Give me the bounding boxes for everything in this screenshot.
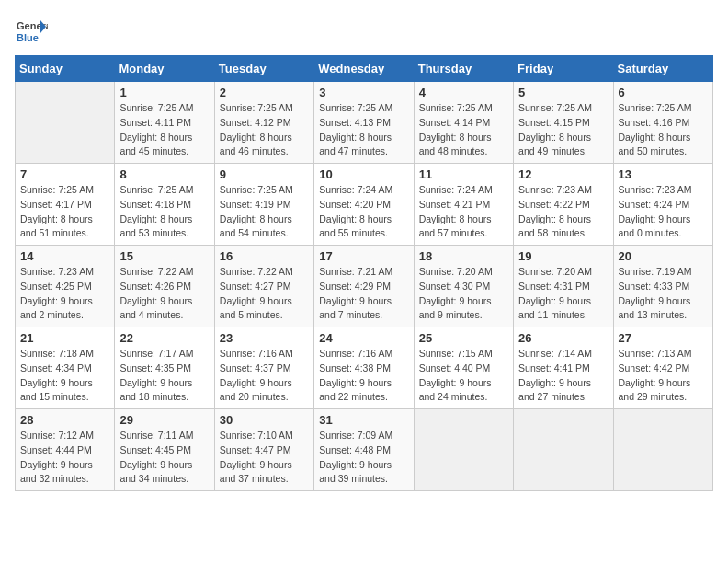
day-number: 17 — [319, 249, 408, 263]
column-header-friday: Friday — [514, 56, 613, 82]
day-info: Sunrise: 7:25 AMSunset: 4:11 PMDaylight:… — [119, 101, 209, 159]
day-number: 21 — [20, 331, 109, 345]
day-number: 7 — [20, 167, 109, 181]
week-row-3: 14Sunrise: 7:23 AMSunset: 4:25 PMDayligh… — [16, 246, 713, 327]
header-row: SundayMondayTuesdayWednesdayThursdayFrid… — [16, 56, 713, 82]
day-cell: 25Sunrise: 7:15 AMSunset: 4:40 PMDayligh… — [414, 327, 513, 409]
day-cell: 31Sunrise: 7:09 AMSunset: 4:48 PMDayligh… — [314, 409, 414, 491]
week-row-4: 21Sunrise: 7:18 AMSunset: 4:34 PMDayligh… — [16, 327, 713, 409]
day-number: 18 — [419, 249, 508, 263]
day-cell: 22Sunrise: 7:17 AMSunset: 4:35 PMDayligh… — [115, 327, 214, 409]
day-cell: 30Sunrise: 7:10 AMSunset: 4:47 PMDayligh… — [214, 409, 313, 491]
day-number: 28 — [20, 413, 109, 427]
column-header-saturday: Saturday — [613, 56, 712, 82]
day-info: Sunrise: 7:16 AMSunset: 4:37 PMDaylight:… — [220, 347, 309, 405]
day-cell: 24Sunrise: 7:16 AMSunset: 4:38 PMDayligh… — [314, 327, 414, 409]
day-cell: 14Sunrise: 7:23 AMSunset: 4:25 PMDayligh… — [16, 246, 115, 327]
column-header-wednesday: Wednesday — [314, 56, 414, 82]
day-cell: 11Sunrise: 7:24 AMSunset: 4:21 PMDayligh… — [414, 164, 513, 246]
day-number: 6 — [619, 86, 708, 99]
day-cell: 18Sunrise: 7:20 AMSunset: 4:30 PMDayligh… — [414, 246, 513, 327]
day-number: 1 — [119, 86, 209, 99]
day-cell: 15Sunrise: 7:22 AMSunset: 4:26 PMDayligh… — [115, 246, 214, 327]
day-info: Sunrise: 7:22 AMSunset: 4:26 PMDaylight:… — [119, 265, 209, 323]
day-number: 19 — [518, 249, 608, 263]
logo: General Blue — [15, 15, 48, 48]
day-cell: 9Sunrise: 7:25 AMSunset: 4:19 PMDaylight… — [214, 164, 313, 246]
day-info: Sunrise: 7:19 AMSunset: 4:33 PMDaylight:… — [619, 265, 708, 323]
logo-icon: General Blue — [15, 15, 48, 48]
day-info: Sunrise: 7:17 AMSunset: 4:35 PMDaylight:… — [119, 347, 209, 405]
day-number: 13 — [619, 167, 708, 181]
day-info: Sunrise: 7:15 AMSunset: 4:40 PMDaylight:… — [419, 347, 508, 405]
day-info: Sunrise: 7:24 AMSunset: 4:20 PMDaylight:… — [319, 183, 408, 241]
day-number: 8 — [119, 167, 209, 181]
day-info: Sunrise: 7:23 AMSunset: 4:22 PMDaylight:… — [518, 183, 608, 241]
day-info: Sunrise: 7:22 AMSunset: 4:27 PMDaylight:… — [220, 265, 309, 323]
day-number: 16 — [220, 249, 309, 263]
day-cell — [414, 409, 513, 491]
day-number: 12 — [518, 167, 608, 181]
day-cell: 3Sunrise: 7:25 AMSunset: 4:13 PMDaylight… — [314, 82, 414, 164]
day-info: Sunrise: 7:21 AMSunset: 4:29 PMDaylight:… — [319, 265, 408, 323]
day-number: 2 — [220, 86, 309, 99]
day-cell: 26Sunrise: 7:14 AMSunset: 4:41 PMDayligh… — [514, 327, 613, 409]
day-number: 10 — [319, 167, 408, 181]
day-number: 31 — [319, 413, 408, 427]
day-number: 9 — [220, 167, 309, 181]
day-info: Sunrise: 7:18 AMSunset: 4:34 PMDaylight:… — [20, 347, 109, 405]
day-info: Sunrise: 7:09 AMSunset: 4:48 PMDaylight:… — [319, 429, 408, 487]
day-number: 20 — [619, 249, 708, 263]
day-info: Sunrise: 7:25 AMSunset: 4:17 PMDaylight:… — [20, 183, 109, 241]
day-cell: 29Sunrise: 7:11 AMSunset: 4:45 PMDayligh… — [115, 409, 214, 491]
day-info: Sunrise: 7:25 AMSunset: 4:15 PMDaylight:… — [518, 101, 608, 159]
day-cell: 19Sunrise: 7:20 AMSunset: 4:31 PMDayligh… — [514, 246, 613, 327]
day-cell — [613, 409, 712, 491]
day-cell: 2Sunrise: 7:25 AMSunset: 4:12 PMDaylight… — [214, 82, 313, 164]
day-info: Sunrise: 7:23 AMSunset: 4:24 PMDaylight:… — [619, 183, 708, 241]
day-cell: 13Sunrise: 7:23 AMSunset: 4:24 PMDayligh… — [613, 164, 712, 246]
day-number: 11 — [419, 167, 508, 181]
day-info: Sunrise: 7:23 AMSunset: 4:25 PMDaylight:… — [20, 265, 109, 323]
day-info: Sunrise: 7:13 AMSunset: 4:42 PMDaylight:… — [619, 347, 708, 405]
day-cell — [16, 82, 115, 164]
day-cell: 23Sunrise: 7:16 AMSunset: 4:37 PMDayligh… — [214, 327, 313, 409]
week-row-1: 1Sunrise: 7:25 AMSunset: 4:11 PMDaylight… — [16, 82, 713, 164]
day-info: Sunrise: 7:25 AMSunset: 4:14 PMDaylight:… — [419, 101, 508, 159]
day-number: 22 — [119, 331, 209, 345]
day-cell: 17Sunrise: 7:21 AMSunset: 4:29 PMDayligh… — [314, 246, 414, 327]
day-cell: 12Sunrise: 7:23 AMSunset: 4:22 PMDayligh… — [514, 164, 613, 246]
day-cell: 4Sunrise: 7:25 AMSunset: 4:14 PMDaylight… — [414, 82, 513, 164]
day-cell: 16Sunrise: 7:22 AMSunset: 4:27 PMDayligh… — [214, 246, 313, 327]
day-cell: 5Sunrise: 7:25 AMSunset: 4:15 PMDaylight… — [514, 82, 613, 164]
day-cell: 21Sunrise: 7:18 AMSunset: 4:34 PMDayligh… — [16, 327, 115, 409]
day-number: 27 — [619, 331, 708, 345]
day-number: 30 — [220, 413, 309, 427]
day-number: 25 — [419, 331, 508, 345]
day-info: Sunrise: 7:25 AMSunset: 4:13 PMDaylight:… — [319, 101, 408, 159]
day-number: 15 — [119, 249, 209, 263]
day-number: 24 — [319, 331, 408, 345]
day-cell: 27Sunrise: 7:13 AMSunset: 4:42 PMDayligh… — [613, 327, 712, 409]
day-info: Sunrise: 7:12 AMSunset: 4:44 PMDaylight:… — [20, 429, 109, 487]
day-info: Sunrise: 7:25 AMSunset: 4:16 PMDaylight:… — [619, 101, 708, 159]
day-cell — [514, 409, 613, 491]
day-number: 23 — [220, 331, 309, 345]
day-info: Sunrise: 7:25 AMSunset: 4:12 PMDaylight:… — [220, 101, 309, 159]
day-info: Sunrise: 7:10 AMSunset: 4:47 PMDaylight:… — [220, 429, 309, 487]
column-header-sunday: Sunday — [16, 56, 115, 82]
day-info: Sunrise: 7:16 AMSunset: 4:38 PMDaylight:… — [319, 347, 408, 405]
day-info: Sunrise: 7:11 AMSunset: 4:45 PMDaylight:… — [119, 429, 209, 487]
day-number: 4 — [419, 86, 508, 99]
day-cell: 28Sunrise: 7:12 AMSunset: 4:44 PMDayligh… — [16, 409, 115, 491]
week-row-2: 7Sunrise: 7:25 AMSunset: 4:17 PMDaylight… — [16, 164, 713, 246]
day-info: Sunrise: 7:24 AMSunset: 4:21 PMDaylight:… — [419, 183, 508, 241]
day-cell: 8Sunrise: 7:25 AMSunset: 4:18 PMDaylight… — [115, 164, 214, 246]
week-row-5: 28Sunrise: 7:12 AMSunset: 4:44 PMDayligh… — [16, 409, 713, 491]
column-header-tuesday: Tuesday — [214, 56, 313, 82]
day-info: Sunrise: 7:20 AMSunset: 4:31 PMDaylight:… — [518, 265, 608, 323]
day-cell: 20Sunrise: 7:19 AMSunset: 4:33 PMDayligh… — [613, 246, 712, 327]
svg-text:Blue: Blue — [17, 32, 39, 43]
column-header-thursday: Thursday — [414, 56, 513, 82]
day-info: Sunrise: 7:14 AMSunset: 4:41 PMDaylight:… — [518, 347, 608, 405]
